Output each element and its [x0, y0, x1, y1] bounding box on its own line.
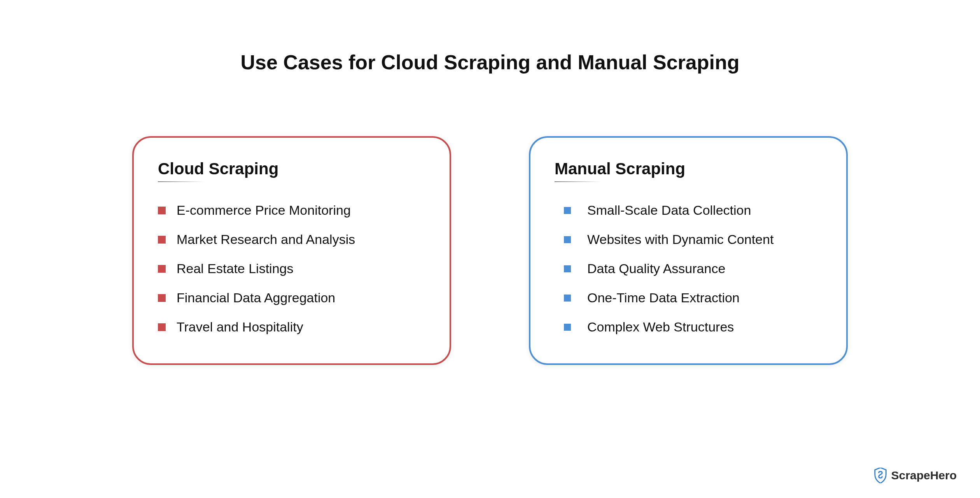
list-item: Complex Web Structures — [555, 312, 822, 342]
list-item-text: Market Research and Analysis — [177, 232, 355, 247]
card-heading: Manual Scraping — [555, 160, 822, 178]
bullet-icon — [564, 207, 571, 214]
card-cloud-scraping: Cloud Scraping E-commerce Price Monitori… — [132, 136, 451, 365]
list-item: Small-Scale Data Collection — [555, 196, 822, 225]
list-item-text: Travel and Hospitality — [177, 319, 303, 335]
list-item: One-Time Data Extraction — [555, 283, 822, 312]
heading-underline — [555, 181, 601, 182]
card-list: E-commerce Price Monitoring Market Resea… — [158, 196, 425, 342]
list-item: Financial Data Aggregation — [158, 283, 425, 312]
heading-underline — [158, 181, 205, 182]
bullet-icon — [158, 323, 166, 331]
list-item: Market Research and Analysis — [158, 225, 425, 254]
list-item: Real Estate Listings — [158, 254, 425, 283]
bullet-icon — [564, 236, 571, 243]
list-item-text: One-Time Data Extraction — [587, 290, 740, 305]
bullet-icon — [564, 265, 571, 272]
logo: ScrapeHero — [873, 468, 957, 483]
bullet-icon — [158, 265, 166, 273]
bullet-icon — [564, 295, 571, 302]
bullet-icon — [564, 324, 571, 331]
page-title: Use Cases for Cloud Scraping and Manual … — [0, 0, 980, 74]
card-manual-scraping: Manual Scraping Small-Scale Data Collect… — [529, 136, 848, 365]
bullet-icon — [158, 294, 166, 302]
bullet-icon — [158, 207, 166, 214]
list-item: Travel and Hospitality — [158, 312, 425, 342]
bullet-icon — [158, 236, 166, 244]
list-item-text: Small-Scale Data Collection — [587, 203, 751, 218]
logo-text: ScrapeHero — [891, 469, 957, 482]
shield-icon — [873, 468, 887, 483]
list-item: E-commerce Price Monitoring — [158, 196, 425, 225]
cards-container: Cloud Scraping E-commerce Price Monitori… — [0, 136, 980, 365]
card-heading: Cloud Scraping — [158, 160, 425, 178]
list-item-text: E-commerce Price Monitoring — [177, 203, 351, 218]
card-list: Small-Scale Data Collection Websites wit… — [555, 196, 822, 342]
list-item-text: Real Estate Listings — [177, 261, 294, 276]
list-item: Websites with Dynamic Content — [555, 225, 822, 254]
list-item-text: Complex Web Structures — [587, 319, 734, 335]
list-item-text: Data Quality Assurance — [587, 261, 725, 276]
list-item-text: Websites with Dynamic Content — [587, 232, 774, 247]
list-item: Data Quality Assurance — [555, 254, 822, 283]
list-item-text: Financial Data Aggregation — [177, 290, 335, 305]
